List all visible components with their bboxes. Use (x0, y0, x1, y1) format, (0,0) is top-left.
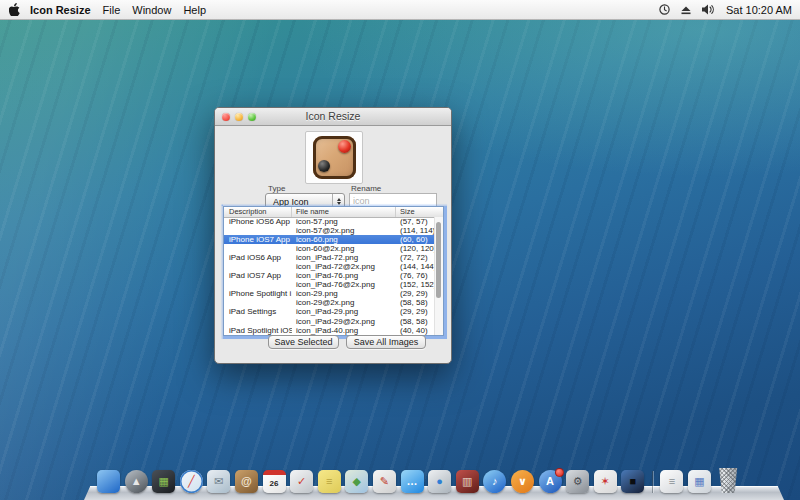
reminders-icon[interactable]: ✓ (290, 470, 313, 493)
cell-c0: iPhone iOS6 App (224, 217, 292, 226)
trash-icon[interactable] (716, 468, 741, 493)
board-game-app-icon (313, 136, 356, 179)
textedit-icon[interactable]: ✎ (373, 470, 396, 493)
dock-icon-glyph: ≡ (326, 476, 332, 487)
dock-icon-glyph: ■ (629, 476, 636, 487)
dock-icon-glyph: … (407, 476, 418, 487)
save-selected-button[interactable]: Save Selected (268, 335, 339, 349)
column-header-file-name[interactable]: File name (292, 207, 396, 217)
scrollbar-thumb[interactable] (436, 222, 441, 298)
table-row[interactable]: iPhone Spotlight i…icon-29.png(29, 29) (224, 289, 435, 298)
system-preferences-icon[interactable]: ⚙ (566, 470, 589, 493)
type-label: Type (268, 184, 285, 193)
table-row[interactable]: iPhone iOS7 Appicon-60.png(60, 60) (224, 235, 435, 244)
table-row[interactable]: iPad iOS6 Appicon_iPad-72.png(72, 72) (224, 253, 435, 262)
table-row[interactable]: icon-57@2x.png(114, 114) (224, 226, 435, 235)
cell-c2: (40, 40) (396, 326, 435, 335)
finder-icon[interactable] (97, 470, 120, 493)
cell-c2: (114, 114) (396, 226, 435, 235)
safari-icon[interactable]: ╱ (180, 470, 203, 493)
dock-divider (652, 471, 653, 493)
table-row[interactable]: icon-60@2x.png(120, 120) (224, 244, 435, 253)
dock-icon-glyph: ∨ (518, 476, 527, 487)
dock-icon-glyph: ▥ (462, 476, 472, 487)
menu-items: FileWindowHelp (103, 4, 218, 16)
cell-c1: icon_iPad-72.png (292, 253, 396, 262)
table-row[interactable]: icon_iPad-29@2x.png(58, 58) (224, 317, 435, 326)
cell-c0: iPad Settings (224, 307, 292, 316)
itunes-icon[interactable]: ♪ (483, 470, 506, 493)
cell-c2: (76, 76) (396, 271, 435, 280)
dock: ▲▦╱✉@26✓≡◆✎…●▥♪∨A⚙✶■≡▦ (97, 467, 741, 493)
photo-booth-icon[interactable]: ▥ (456, 470, 479, 493)
column-header-size[interactable]: Size (396, 207, 443, 217)
cell-c1: icon_iPad-76@2x.png (292, 280, 396, 289)
dock-icon-glyph: ✓ (297, 476, 306, 487)
time-machine-icon[interactable] (658, 3, 671, 16)
documents-stack-icon[interactable]: ≡ (660, 470, 683, 493)
rename-label: Rename (351, 184, 381, 193)
cell-c1: icon_iPad-29@2x.png (292, 317, 396, 326)
dock-icon-glyph: ▦ (694, 476, 704, 487)
type-popup-value: App Icon (266, 197, 332, 207)
maps-icon[interactable]: ◆ (345, 470, 368, 493)
eject-icon[interactable] (680, 4, 692, 16)
dock-icon-glyph: ✎ (380, 476, 389, 487)
table-row[interactable]: icon_iPad-76@2x.png(152, 152) (224, 280, 435, 289)
window-titlebar[interactable]: Icon Resize (215, 108, 451, 126)
contacts-icon[interactable]: @ (235, 470, 258, 493)
dock-icon-glyph: ⚙ (573, 476, 583, 487)
table-body: iPhone iOS6 Appicon-57.png(57, 57)icon-5… (224, 217, 435, 335)
black-marble (318, 160, 330, 172)
cell-c1: icon-29@2x.png (292, 298, 396, 307)
cell-c2: (57, 57) (396, 217, 435, 226)
menu-file[interactable]: File (103, 4, 121, 16)
dock-icon-glyph: 26 (270, 480, 279, 488)
app-store-icon[interactable]: A (539, 470, 562, 493)
table-row[interactable]: iPad Settingsicon_iPad-29.png(29, 29) (224, 307, 435, 316)
icon-resize-app-icon[interactable]: ■ (621, 470, 644, 493)
cell-c1: icon_iPad-76.png (292, 271, 396, 280)
dock-icon-glyph: ◆ (353, 476, 361, 487)
column-header-description[interactable]: Description (224, 207, 292, 217)
cell-c2: (72, 72) (396, 253, 435, 262)
mission-control-icon[interactable]: ▦ (152, 470, 175, 493)
table-row[interactable]: iPad Spotlight iOS 7icon_iPad-40.png(40,… (224, 326, 435, 335)
cell-c2: (60, 60) (396, 235, 435, 244)
cell-c1: icon-57@2x.png (292, 226, 396, 235)
cell-c2: (29, 29) (396, 307, 435, 316)
dock-icon-glyph: @ (241, 476, 252, 487)
downloads-stack-icon[interactable]: ▦ (688, 470, 711, 493)
facetime-icon[interactable]: ● (428, 470, 451, 493)
dock-icon-glyph: ✶ (601, 476, 610, 487)
table-row[interactable]: icon_iPad-72@2x.png(144, 144) (224, 262, 435, 271)
cell-c1: icon-60@2x.png (292, 244, 396, 253)
menu-window[interactable]: Window (132, 4, 171, 16)
save-all-images-button[interactable]: Save All Images (346, 335, 426, 349)
cell-c1: icon-60.png (292, 235, 396, 244)
menu-help[interactable]: Help (183, 4, 206, 16)
window-title: Icon Resize (215, 110, 451, 122)
app-menu-title[interactable]: Icon Resize (30, 4, 91, 16)
table-row[interactable]: iPad iOS7 Appicon_iPad-76.png(76, 76) (224, 271, 435, 280)
volume-icon[interactable] (701, 3, 715, 16)
menu-clock[interactable]: Sat 10:20 AM (726, 4, 792, 16)
cell-c1: icon-29.png (292, 289, 396, 298)
menu-bar: Icon Resize FileWindowHelp Sat 10:20 AM (0, 0, 800, 20)
table-row[interactable]: iPhone iOS6 Appicon-57.png(57, 57) (224, 217, 435, 226)
file-table[interactable]: DescriptionFile nameSize iPhone iOS6 App… (223, 206, 444, 336)
apple-menu[interactable] (9, 3, 20, 16)
stickies-icon[interactable]: ≡ (318, 470, 341, 493)
calendar-icon[interactable]: 26 (263, 470, 286, 493)
table-row[interactable]: icon-29@2x.png(58, 58) (224, 298, 435, 307)
ibooks-icon[interactable]: ∨ (511, 470, 534, 493)
cell-c1: icon-57.png (292, 217, 396, 226)
cell-c1: icon_iPad-29.png (292, 307, 396, 316)
table-scrollbar[interactable] (434, 217, 443, 335)
red-marble (338, 140, 351, 153)
mail-icon[interactable]: ✉ (207, 470, 230, 493)
cell-c0: iPhone iOS7 App (224, 235, 292, 244)
launchpad-icon[interactable]: ▲ (125, 470, 148, 493)
messages-icon[interactable]: … (401, 470, 424, 493)
game-sticks-icon[interactable]: ✶ (594, 470, 617, 493)
